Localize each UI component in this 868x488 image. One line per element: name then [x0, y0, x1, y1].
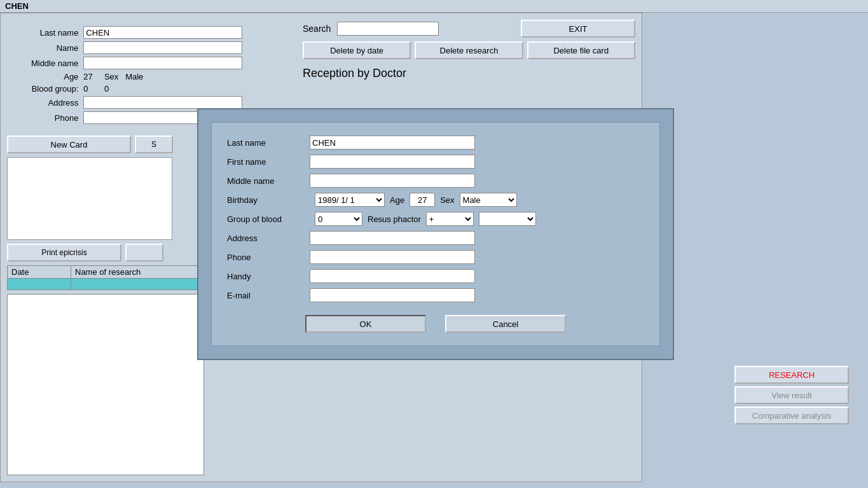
modal-email-label: E-mail	[227, 291, 310, 300]
modal-handy-label: Handy	[227, 272, 310, 281]
sex-value: Male	[125, 72, 143, 81]
new-card-button[interactable]: New Card	[7, 136, 131, 153]
modal-resus-select[interactable]: + -	[426, 212, 474, 226]
date-col-header: Date	[8, 266, 71, 279]
modal-ok-button[interactable]: OK	[305, 315, 426, 333]
delete-research-button[interactable]: Delete research	[415, 41, 523, 59]
modal-age-input[interactable]	[410, 193, 435, 207]
modal-sex-select[interactable]: Male Female	[460, 193, 517, 207]
address-static-label: Address	[15, 95, 81, 110]
reception-title: Reception by Doctor	[303, 67, 635, 80]
photo-area	[7, 157, 172, 240]
modal-address-input[interactable]	[310, 231, 475, 245]
modal-cancel-button[interactable]: Cancel	[445, 315, 566, 333]
right-buttons-panel: RESEARCH View result Comparative analysi…	[734, 366, 849, 424]
rhfactor-value: 0	[104, 84, 109, 94]
search-input[interactable]	[337, 22, 439, 36]
modal-phone-input[interactable]	[310, 250, 475, 264]
modal-birthday-select[interactable]: 1989/ 1/ 1	[315, 193, 385, 207]
s-button[interactable]: S	[135, 136, 173, 153]
modal-firstname-label: First name	[227, 157, 310, 167]
modal-firstname-input[interactable]	[310, 155, 475, 169]
middlename-label: Middle name	[15, 55, 81, 71]
name-input[interactable]	[83, 41, 242, 54]
modal-lastname-input[interactable]	[310, 136, 475, 150]
delete-file-card-button[interactable]: Delete file card	[527, 41, 635, 59]
name-label: Name	[15, 40, 81, 55]
print-epicrisis-button[interactable]: Print epicrisis	[7, 244, 121, 261]
age-label: Age	[15, 71, 81, 83]
research-col-header: Name of research	[71, 266, 204, 279]
phone-static-label: Phone	[15, 110, 81, 125]
list-area	[7, 294, 204, 475]
modal-blood-label: Group of blood	[227, 214, 310, 224]
modal-overlay: Last name First name Middle name Birthda…	[197, 108, 674, 360]
modal-extra-select[interactable]	[479, 212, 536, 226]
table-row[interactable]	[71, 279, 204, 290]
modal-inner: Last name First name Middle name Birthda…	[211, 122, 660, 346]
modal-lastname-label: Last name	[227, 138, 310, 148]
modal-blood-select[interactable]: 0 A B AB	[315, 212, 362, 226]
lastname-input[interactable]	[83, 26, 242, 39]
modal-age-label: Age	[390, 195, 404, 205]
modal-address-label: Address	[227, 234, 310, 243]
modal-email-input[interactable]	[310, 288, 475, 302]
address-input[interactable]	[83, 96, 242, 109]
title-bar-text: CHEN	[5, 1, 29, 11]
view-result-button[interactable]: View result	[734, 386, 849, 404]
bloodgroup-value: 0	[83, 84, 88, 94]
modal-sex-label: Sex	[440, 195, 454, 205]
exit-button[interactable]: EXIT	[521, 20, 635, 38]
modal-handy-input[interactable]	[310, 269, 475, 283]
modal-birthday-label: Birthday	[227, 195, 310, 205]
middlename-input[interactable]	[83, 57, 242, 69]
modal-phone-label: Phone	[227, 253, 310, 262]
age-value: 27	[83, 72, 92, 81]
modal-middlename-label: Middle name	[227, 176, 310, 186]
table-row[interactable]	[8, 279, 71, 290]
sex-static-label: Sex	[104, 72, 118, 81]
research-button[interactable]: RESEARCH	[734, 366, 849, 384]
extra-btn[interactable]	[125, 244, 163, 261]
delete-by-date-button[interactable]: Delete by date	[303, 41, 411, 59]
modal-resus-label: Resus phactor	[368, 214, 421, 224]
search-label: Search	[303, 24, 331, 34]
modal-middlename-input[interactable]	[310, 174, 475, 188]
lastname-label: Last name	[15, 25, 81, 40]
bloodgroup-label: Blood group:	[15, 83, 81, 95]
comparative-analysis-button[interactable]: Comparative analysis	[734, 407, 849, 424]
